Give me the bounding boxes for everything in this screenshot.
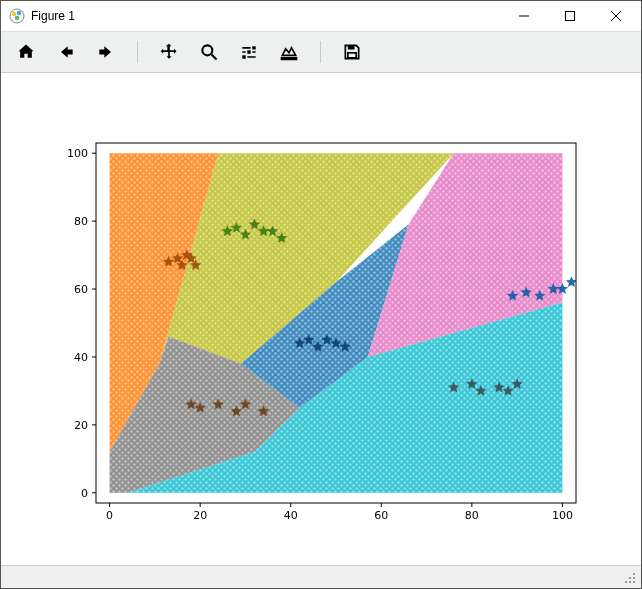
statusbar xyxy=(1,565,641,588)
svg-text:0: 0 xyxy=(81,487,88,500)
figure-window: Figure 1 020406080100020406080100 xyxy=(0,0,642,589)
svg-text:20: 20 xyxy=(74,419,88,432)
save-icon[interactable] xyxy=(341,41,363,63)
zoom-icon[interactable] xyxy=(198,41,220,63)
edit-icon[interactable] xyxy=(278,41,300,63)
chart: 020406080100020406080100 xyxy=(1,73,641,566)
toolbar xyxy=(1,31,641,73)
close-button[interactable] xyxy=(593,1,639,31)
app-icon xyxy=(9,8,25,24)
resize-grip-icon[interactable] xyxy=(621,569,637,585)
configure-icon[interactable] xyxy=(238,41,260,63)
svg-text:60: 60 xyxy=(74,283,88,296)
svg-line-9 xyxy=(212,55,217,60)
svg-text:20: 20 xyxy=(193,509,207,522)
svg-text:0: 0 xyxy=(106,509,113,522)
svg-point-8 xyxy=(202,45,212,55)
svg-text:80: 80 xyxy=(465,509,479,522)
minimize-button[interactable] xyxy=(501,1,547,31)
forward-icon[interactable] xyxy=(95,41,117,63)
svg-rect-10 xyxy=(348,45,355,49)
svg-point-3 xyxy=(15,16,19,20)
window-title: Figure 1 xyxy=(31,9,501,23)
titlebar: Figure 1 xyxy=(1,1,641,31)
svg-text:100: 100 xyxy=(67,147,88,160)
home-icon[interactable] xyxy=(15,41,37,63)
svg-point-2 xyxy=(17,11,21,15)
svg-text:40: 40 xyxy=(74,351,88,364)
svg-rect-11 xyxy=(348,53,356,58)
svg-text:40: 40 xyxy=(284,509,298,522)
separator xyxy=(320,41,321,63)
svg-rect-5 xyxy=(566,12,575,21)
pan-icon[interactable] xyxy=(158,41,180,63)
maximize-button[interactable] xyxy=(547,1,593,31)
separator xyxy=(137,41,138,63)
svg-point-1 xyxy=(12,12,16,16)
back-icon[interactable] xyxy=(55,41,77,63)
plot-canvas[interactable]: 020406080100020406080100 xyxy=(1,73,641,565)
svg-text:100: 100 xyxy=(552,509,573,522)
svg-text:60: 60 xyxy=(374,509,388,522)
svg-text:80: 80 xyxy=(74,215,88,228)
